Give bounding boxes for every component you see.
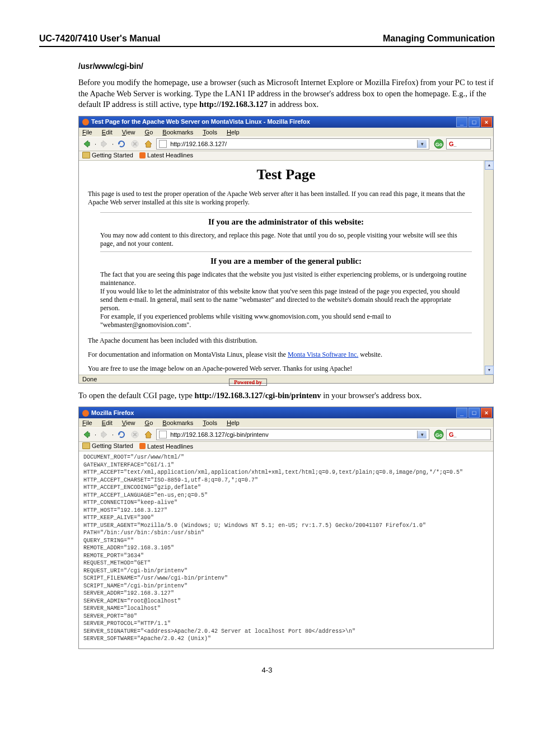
menu-bookmarks[interactable]: Bookmarks	[162, 129, 193, 136]
intro-tail: in address box.	[268, 100, 318, 109]
page-number: 4-3	[39, 666, 495, 674]
mid-url: http://192.168.3.127/cgi-bin/printenv	[195, 391, 321, 400]
header-right: Managing Communication	[383, 34, 495, 44]
vertical-scrollbar[interactable]: ▴ ▾	[484, 161, 493, 375]
forward-icon[interactable]	[99, 138, 110, 150]
header-left: UC-7420/7410 User's Manual	[39, 34, 160, 44]
test-p7: For documentation and information on Mon…	[88, 351, 484, 359]
page-icon	[159, 140, 167, 148]
minimize-button[interactable]: _	[456, 408, 467, 418]
folder-icon	[82, 442, 90, 449]
close-button[interactable]: ×	[481, 408, 492, 418]
test-h2b: If you are a member of the general publi…	[83, 256, 489, 266]
forward-icon[interactable]	[99, 429, 110, 440]
close-button[interactable]: ×	[481, 117, 492, 127]
test-p3: The fact that you are seeing this page i…	[100, 270, 472, 287]
menu-help[interactable]: Help	[227, 129, 240, 136]
maximize-button[interactable]: □	[469, 117, 480, 127]
bookmark-getting-started[interactable]: Getting Started	[82, 152, 133, 158]
rss-icon	[139, 152, 146, 158]
url-bar[interactable]: ▾	[156, 429, 429, 440]
svg-marker-11	[118, 433, 120, 436]
screenshot-testpage: Test Page for the Apache Web Server on M…	[78, 116, 494, 384]
url-bar[interactable]: ▾	[156, 138, 429, 150]
url-input[interactable]	[169, 431, 417, 438]
svg-marker-2	[118, 143, 120, 145]
divider	[100, 251, 472, 252]
bookmark-getting-started[interactable]: Getting Started	[82, 442, 133, 449]
go-button[interactable]: Go	[434, 430, 444, 440]
test-h2a: If you are the administrator of this web…	[83, 217, 489, 227]
back-icon[interactable]	[81, 138, 92, 150]
section-title: /usr/www/cgi-bin/	[78, 62, 495, 71]
menu-file[interactable]: File	[82, 129, 92, 136]
bookmark-latest-headlines[interactable]: Latest Headlines	[139, 443, 193, 450]
montavista-link[interactable]: Monta Vista Software Inc.	[288, 351, 358, 358]
search-box[interactable]: G_	[446, 138, 491, 150]
svg-marker-1	[101, 141, 107, 147]
test-p2: You may now add content to this director…	[100, 231, 472, 248]
window-title: Test Page for the Apache Web Server on M…	[82, 118, 310, 125]
menu-edit[interactable]: Edit	[102, 129, 113, 136]
menu-go[interactable]: Go	[145, 419, 153, 426]
svg-marker-0	[84, 141, 90, 147]
menu-view[interactable]: View	[122, 419, 135, 426]
stop-icon[interactable]	[129, 429, 140, 440]
reload-icon[interactable]	[116, 138, 127, 150]
maximize-button[interactable]: □	[469, 408, 480, 418]
menu-view[interactable]: View	[122, 129, 135, 136]
navigation-toolbar: · · ▾ Go G_	[79, 137, 493, 151]
url-dropdown-icon[interactable]: ▾	[417, 140, 427, 148]
divider	[100, 333, 472, 333]
menu-tools[interactable]: Tools	[203, 129, 217, 136]
menu-edit[interactable]: Edit	[102, 419, 113, 426]
minimize-button[interactable]: _	[456, 117, 467, 127]
scroll-down-icon[interactable]: ▾	[485, 366, 494, 375]
divider	[100, 212, 472, 213]
mid-tail: in your browser's address box.	[321, 391, 422, 400]
powered-by-box: Powered by	[229, 379, 267, 386]
menu-file[interactable]: File	[82, 419, 92, 426]
test-p8: You are free to use the image below on a…	[88, 365, 484, 373]
bookmarks-toolbar: Getting Started Latest Headlines	[79, 151, 493, 161]
svg-marker-15	[145, 431, 152, 438]
stop-icon[interactable]	[129, 138, 140, 150]
menu-go[interactable]: Go	[145, 129, 153, 136]
search-box[interactable]: G_	[446, 429, 491, 440]
test-p5: For example, if you experienced problems…	[100, 312, 472, 329]
rss-icon	[139, 443, 146, 449]
menu-bookmarks[interactable]: Bookmarks	[162, 419, 193, 426]
window-title: Mozilla Firefox	[82, 409, 134, 417]
scroll-up-icon[interactable]: ▴	[485, 161, 494, 170]
menu-bar: File Edit View Go Bookmarks Tools Help	[79, 128, 493, 137]
menu-help[interactable]: Help	[227, 419, 240, 426]
mid-text: To open the default CGI page, type	[78, 391, 195, 400]
svg-marker-9	[84, 431, 90, 438]
folder-icon	[82, 152, 90, 158]
test-p4: If you would like to let the administrat…	[100, 287, 472, 312]
page-title: Test Page	[83, 166, 489, 183]
url-dropdown-icon[interactable]: ▾	[417, 431, 427, 438]
svg-marker-6	[145, 141, 152, 147]
svg-marker-10	[101, 431, 107, 438]
test-p1: This page is used to test the proper ope…	[88, 190, 484, 207]
home-icon[interactable]	[143, 138, 154, 150]
back-icon[interactable]	[81, 429, 92, 440]
svg-text:Go: Go	[435, 432, 443, 438]
home-icon[interactable]	[143, 429, 154, 440]
intro-url: http://192.168.3.127	[199, 100, 268, 109]
test-p6: The Apache document has been included wi…	[88, 337, 484, 345]
reload-icon[interactable]	[116, 429, 127, 440]
page-icon	[159, 431, 167, 438]
url-input[interactable]	[169, 140, 417, 148]
navigation-toolbar: · · ▾ Go G_	[79, 427, 493, 442]
cgi-env-output: DOCUMENT_ROOT="/usr/www/html/" GATEWAY_I…	[79, 451, 493, 648]
bookmarks-toolbar: Getting Started Latest Headlines	[79, 442, 493, 451]
menu-tools[interactable]: Tools	[203, 419, 217, 426]
svg-text:Go: Go	[435, 142, 443, 147]
screenshot-cgi: Mozilla Firefox _ □ × File Edit View Go …	[78, 407, 494, 649]
menu-bar: File Edit View Go Bookmarks Tools Help	[79, 418, 493, 427]
go-button[interactable]: Go	[434, 139, 444, 149]
bookmark-latest-headlines[interactable]: Latest Headlines	[139, 152, 193, 158]
